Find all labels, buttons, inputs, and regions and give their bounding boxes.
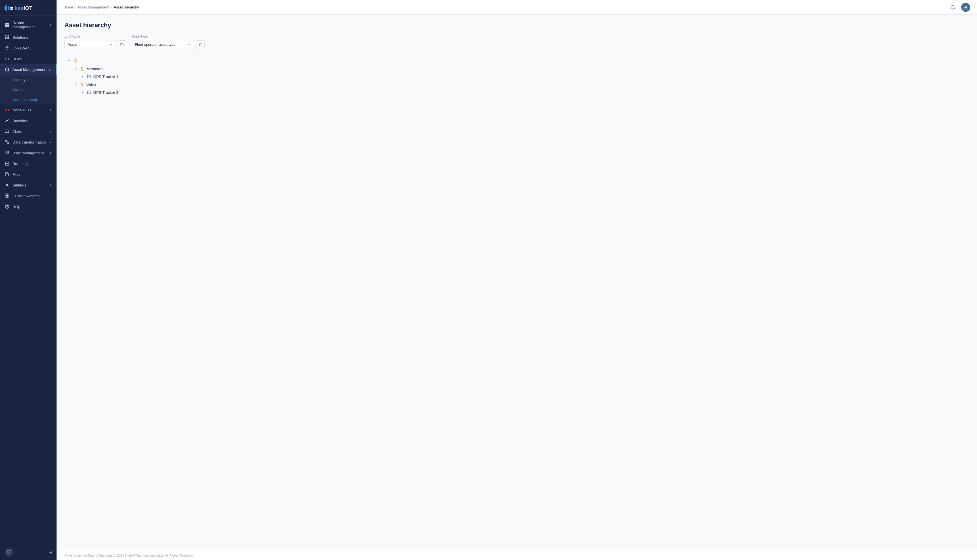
asset-icon-root — [73, 58, 78, 63]
svg-point-9 — [5, 35, 6, 37]
asset-type-row: Fleet operator asset type Other asset ty… — [132, 40, 205, 49]
svg-point-16 — [7, 38, 8, 39]
device-svg — [87, 90, 91, 95]
tree-label-gps2: GPS Tracker 2 — [93, 90, 119, 95]
svg-rect-21 — [8, 109, 9, 111]
sidebar-item-label: Rules — [12, 57, 22, 61]
asset-icon-volvo — [80, 82, 85, 87]
sidebar-item-settings[interactable]: Settings ▼ — [0, 180, 57, 190]
copy-icon — [120, 43, 124, 47]
svg-rect-4 — [10, 8, 13, 10]
sidebar-item-solutions[interactable]: Solutions — [0, 32, 57, 43]
svg-point-15 — [5, 38, 6, 39]
svg-rect-36 — [121, 44, 123, 46]
asset-type-copy-button[interactable] — [196, 40, 205, 49]
sidebar-item-data-transformation[interactable]: Data transformation ▼ — [0, 137, 57, 147]
logo-iot: IOT — [24, 5, 33, 11]
asset-icon-mercedes — [80, 66, 85, 71]
tree-row-gps1[interactable]: GPS Tracker 1 — [78, 73, 969, 80]
sidebar-item-label: Custom widgets — [12, 194, 40, 198]
sidebar-item-custom-widgets[interactable]: Custom widgets — [0, 190, 57, 201]
sidebar: kaaIOT Device management ▼ Solutions LoR… — [0, 0, 57, 560]
tree-row-gps2[interactable]: GPS Tracker 2 — [78, 88, 969, 97]
sidebar-item-assets[interactable]: Assets — [0, 85, 57, 95]
tree-toggle-gps1[interactable] — [80, 74, 85, 79]
notifications-button[interactable] — [948, 3, 957, 12]
breadcrumb-asset-management[interactable]: Asset Management — [77, 5, 109, 9]
svg-point-25 — [6, 152, 7, 153]
sidebar-nav: Device management ▼ Solutions LoRaWAN Ru… — [0, 15, 57, 544]
sidebar-item-rules[interactable]: Rules — [0, 53, 57, 64]
transform-icon — [5, 140, 10, 145]
files-icon — [5, 172, 10, 177]
breadcrumb-home[interactable]: Home — [63, 5, 73, 9]
settings-icon — [5, 183, 10, 188]
sidebar-item-label: Branding — [12, 162, 28, 166]
page-content: Asset hierarchy Entity type Asset Device… — [57, 15, 977, 551]
sidebar-subnav-label: Asset hierarchy — [12, 97, 38, 102]
asset-type-label: Asset type — [132, 35, 205, 38]
sidebar-item-asset-hierarchy[interactable]: Asset hierarchy — [0, 95, 57, 105]
tree-toggle-gps2[interactable] — [80, 90, 85, 95]
breadcrumb-current: Asset hierarchy — [114, 5, 139, 9]
sidebar-item-analytics[interactable]: Analytics — [0, 115, 57, 126]
sidebar-item-asset-management[interactable]: Asset Management ▲ — [0, 64, 57, 75]
node-red-icon — [5, 107, 10, 112]
entity-type-filter: Entity type Asset Device — [65, 35, 126, 49]
main-content: Home / Asset Management / Asset hierarch… — [57, 0, 977, 560]
sidebar-item-lorawan[interactable]: LoRaWAN — [0, 43, 57, 53]
code-icon — [5, 56, 10, 61]
help-icon — [5, 204, 10, 209]
svg-rect-7 — [5, 25, 7, 27]
chevron-down-icon: ▼ — [49, 152, 52, 155]
chevron-down-icon: ▼ — [49, 183, 52, 187]
tree-row-mercedes[interactable]: Mercedes — [71, 65, 969, 73]
svg-rect-31 — [5, 196, 7, 198]
sidebar-item-device-management[interactable]: Device management ▼ — [0, 18, 57, 32]
widgets-icon — [5, 193, 10, 198]
sidebar-item-asset-types[interactable]: Asset types — [0, 75, 57, 85]
sidebar-subnav-label: Assets — [12, 88, 23, 92]
svg-rect-6 — [7, 23, 9, 25]
entity-type-select[interactable]: Asset Device — [65, 40, 115, 49]
asset-type-filter: Asset type Fleet operator asset type Oth… — [132, 35, 205, 49]
sidebar-item-files[interactable]: Files — [0, 169, 57, 180]
tree-node-gps1: GPS Tracker 1 — [78, 73, 969, 80]
tree-children-mercedes: GPS Tracker 1 — [71, 73, 969, 80]
sidebar-bottom: ◀ — [0, 544, 57, 560]
footer-text: Powered by the Kaa IoT platform, © 2024 … — [65, 554, 194, 557]
sidebar-item-help[interactable]: Help — [0, 201, 57, 212]
tree-toggle-volvo[interactable] — [73, 82, 78, 87]
bell-icon — [950, 5, 955, 10]
entity-type-label: Entity type — [65, 35, 126, 38]
svg-rect-0 — [5, 6, 6, 10]
header: Home / Asset Management / Asset hierarch… — [57, 0, 977, 15]
chat-button[interactable] — [5, 548, 13, 557]
sidebar-item-label: Node-RED — [12, 108, 31, 112]
sidebar-item-node-red[interactable]: Node-RED ▼ — [0, 105, 57, 115]
tree-row-volvo[interactable]: Volvo — [71, 80, 969, 88]
asset-type-select[interactable]: Fleet operator asset type Other asset ty… — [132, 40, 194, 49]
svg-point-13 — [7, 37, 8, 38]
sidebar-item-alerts[interactable]: Alerts ▼ — [0, 126, 57, 137]
collapse-sidebar-button[interactable]: ◀ — [49, 550, 52, 554]
sidebar-item-branding[interactable]: Branding — [0, 158, 57, 169]
user-avatar[interactable] — [961, 3, 970, 12]
svg-rect-30 — [7, 194, 9, 195]
svg-rect-1 — [6, 5, 7, 11]
tree-toggle-root[interactable] — [67, 58, 71, 63]
sidebar-item-user-management[interactable]: User management ▼ — [0, 147, 57, 158]
svg-rect-20 — [5, 109, 7, 111]
svg-point-28 — [7, 185, 8, 186]
tree-children-volvo: GPS Tracker 2 — [71, 88, 969, 97]
logo-icon — [5, 5, 13, 11]
svg-rect-29 — [5, 194, 7, 195]
tree-toggle-mercedes[interactable] — [73, 67, 78, 71]
asset-management-subnav: Asset types Assets Asset hierarchy — [0, 75, 57, 105]
tree-node-volvo: Volvo GPS Tracker 2 — [71, 80, 969, 97]
sidebar-item-label: Settings — [12, 183, 26, 187]
asset-svg — [73, 58, 78, 63]
entity-type-copy-button[interactable] — [118, 40, 126, 49]
tree-row-root[interactable] — [65, 57, 969, 65]
svg-rect-32 — [7, 196, 9, 198]
